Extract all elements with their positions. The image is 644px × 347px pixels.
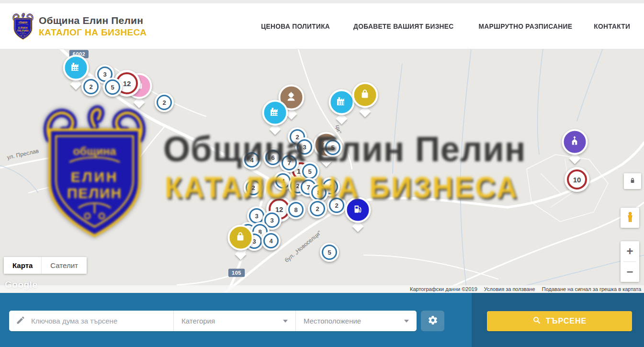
map-marker-cluster[interactable]: 2	[155, 93, 174, 112]
chevron-down-icon	[283, 320, 288, 323]
advanced-options-button[interactable]	[421, 311, 444, 331]
map-marker-cluster[interactable]: 5	[103, 78, 122, 97]
map-copyright: Картографски данни ©2019	[410, 286, 477, 292]
map-marker-pin[interactable]	[568, 142, 581, 155]
nav-item-add-business[interactable]: ДОБАВЕТЕ ВАШИЯТ БИЗНЕС	[353, 22, 453, 30]
map-marker-cluster[interactable]: 7	[280, 153, 299, 172]
brand[interactable]: Община Елин Пелин КАТАЛОГ НА БИЗНЕСА	[12, 12, 147, 40]
map-marker-pin[interactable]	[359, 95, 372, 108]
map-marker-cluster[interactable]: 2	[327, 196, 346, 215]
search-button-label: ТЪРСЕНЕ	[546, 317, 587, 325]
map-marker-cluster[interactable]: 8	[286, 200, 305, 219]
map-attribution: Картографски данни ©2019 Условия за полз…	[0, 285, 644, 293]
lock-button[interactable]	[624, 173, 641, 189]
factory-icon	[269, 105, 282, 120]
terms-link[interactable]: Условия за ползване	[484, 286, 535, 292]
report-error-link[interactable]: Подаване на сигнал за грешка в картата	[542, 286, 641, 292]
bag-icon	[234, 230, 247, 245]
map-marker-cluster[interactable]: 4	[242, 150, 261, 169]
brand-text: Община Елин Пелин КАТАЛОГ НА БИЗНЕСА	[39, 15, 147, 38]
pegman-icon	[624, 211, 636, 225]
nav-item-contacts[interactable]: КОНТАКТИ	[594, 22, 631, 30]
map-marker-pin[interactable]	[269, 113, 282, 126]
chevron-down-icon	[404, 320, 409, 323]
map-marker-pin[interactable]	[69, 68, 82, 81]
map-marker-pin[interactable]	[234, 238, 247, 251]
worker-icon	[285, 90, 298, 105]
municipality-crest-logo	[12, 12, 34, 40]
map-marker-cluster[interactable]: 3	[295, 137, 314, 157]
markers-layer: 12325223564137542748222128333834510	[0, 49, 644, 293]
location-select[interactable]: Местоположение	[295, 311, 417, 331]
factory-icon	[335, 95, 348, 110]
map-type-satellite-button[interactable]: Сателит	[41, 257, 87, 274]
header: Община Елин Пелин КАТАЛОГ НА БИЗНЕСА ЦЕН…	[0, 3, 644, 49]
map-marker-cluster[interactable]: 2	[308, 199, 327, 218]
church-icon	[568, 134, 581, 149]
keyword-field[interactable]	[9, 311, 173, 331]
pencil-icon	[16, 315, 25, 327]
main-nav: ЦЕНОВА ПОЛИТИКА ДОБАВЕТЕ ВАШИЯТ БИЗНЕС М…	[258, 22, 632, 30]
zoom-out-button[interactable]: −	[621, 262, 639, 282]
map-surface[interactable]: 6002 105 ул. Преслав бул. „Новоселци" ци…	[0, 49, 644, 293]
map-marker-cluster[interactable]: 4	[261, 231, 281, 250]
search-icon	[532, 316, 541, 326]
search-fields: Категория Местоположение	[9, 311, 417, 331]
search-bar: Категория Местоположение ТЪРСЕНЕ	[0, 293, 644, 347]
bag-icon	[359, 88, 372, 102]
pegman-button[interactable]	[621, 208, 639, 228]
page: Община Елин Пелин КАТАЛОГ НА БИЗНЕСА ЦЕН…	[0, 0, 644, 347]
factory-icon	[69, 60, 82, 75]
site-subtitle: КАТАЛОГ НА БИЗНЕСА	[39, 27, 147, 38]
map-type-map-button[interactable]: Карта	[4, 257, 41, 274]
nav-item-schedule[interactable]: МАРШРУТНО РАЗПИСАНИЕ	[478, 22, 572, 30]
map-marker-pin[interactable]	[335, 102, 348, 115]
map-marker-cluster[interactable]: 10	[565, 167, 589, 192]
lock-icon	[628, 176, 637, 186]
category-select[interactable]: Категория	[173, 311, 295, 331]
map-marker-pin[interactable]	[351, 210, 364, 223]
category-select-label: Категория	[181, 317, 283, 325]
location-select-label: Местоположение	[304, 317, 404, 325]
fuel-icon	[351, 202, 364, 217]
zoom-controls: + −	[621, 241, 639, 282]
keyword-input[interactable]	[31, 317, 168, 325]
map-type-toggle: Карта Сателит	[4, 257, 87, 274]
site-title: Община Елин Пелин	[39, 15, 147, 26]
gear-icon	[428, 315, 438, 327]
map-marker-cluster[interactable]: 5	[320, 243, 339, 262]
map-marker-cluster[interactable]: 2	[244, 178, 263, 197]
nav-item-pricing[interactable]: ЦЕНОВА ПОЛИТИКА	[261, 22, 330, 30]
map-marker-cluster[interactable]: 2	[81, 77, 101, 96]
zoom-in-button[interactable]: +	[621, 241, 639, 261]
top-strip	[0, 0, 644, 3]
search-button[interactable]: ТЪРСЕНЕ	[487, 311, 632, 331]
map-marker-cluster[interactable]: 5	[323, 138, 342, 157]
